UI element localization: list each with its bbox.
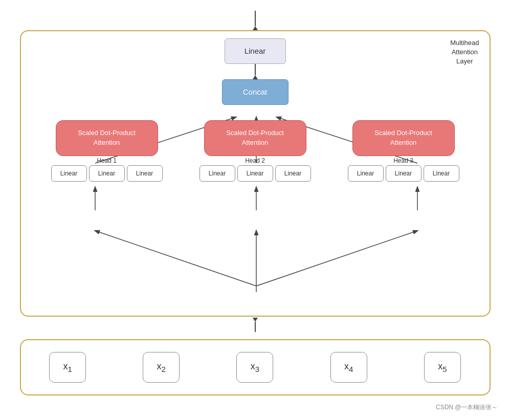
output-arrow-tip bbox=[253, 26, 258, 30]
head2-linear-2: Linear bbox=[237, 165, 273, 182]
sdpa-head2: Scaled Dot-ProductAttention bbox=[204, 120, 306, 156]
head1-linear-3: Linear bbox=[127, 165, 163, 182]
svg-line-8 bbox=[256, 231, 417, 286]
head-3-group: Scaled Dot-ProductAttention Head 3 Linea… bbox=[329, 120, 478, 182]
input-box: x1 x2 x3 x4 x5 bbox=[20, 339, 491, 395]
head2-label: Head 2 bbox=[245, 157, 265, 164]
head3-linear-1: Linear bbox=[348, 165, 384, 182]
head-1-group: Scaled Dot-ProductAttention Head 1 Linea… bbox=[33, 120, 181, 182]
sdpa-head1: Scaled Dot-ProductAttention bbox=[56, 120, 158, 156]
head1-linear-2: Linear bbox=[89, 165, 125, 182]
down-arrow-tip bbox=[253, 318, 258, 322]
multihead-attention-box: Multihead Attention Layer Linear Concat bbox=[20, 30, 491, 317]
head3-linear-3: Linear bbox=[424, 165, 459, 182]
output-arrow-line bbox=[255, 11, 256, 26]
x3-label: x3 bbox=[251, 361, 259, 373]
watermark: CSDN @一本糊涂张～ bbox=[436, 403, 498, 412]
sdpa-head2-label: Scaled Dot-ProductAttention bbox=[226, 128, 284, 147]
diagram-container: Multihead Attention Layer Linear Concat bbox=[7, 6, 503, 415]
head3-linear-row: Linear Linear Linear bbox=[348, 165, 459, 182]
head2-linear-row: Linear Linear Linear bbox=[199, 165, 311, 182]
x2-box: x2 bbox=[143, 352, 180, 383]
head3-label: Head 3 bbox=[393, 157, 413, 164]
head3-linear-2: Linear bbox=[386, 165, 422, 182]
x4-label: x4 bbox=[344, 361, 353, 373]
x1-box: x1 bbox=[49, 352, 86, 383]
head1-linear-1: Linear bbox=[51, 165, 87, 182]
head2-linear-1: Linear bbox=[199, 165, 235, 182]
head1-linear-row: Linear Linear Linear bbox=[51, 165, 163, 182]
top-section: Linear Concat bbox=[21, 36, 490, 105]
linear-to-concat-tip bbox=[253, 75, 258, 79]
x5-label: x5 bbox=[438, 361, 447, 373]
head2-linear-3: Linear bbox=[275, 165, 311, 182]
linear-top-box: Linear bbox=[225, 38, 286, 64]
x1-label: x1 bbox=[63, 361, 72, 373]
x2-label: x2 bbox=[157, 361, 166, 373]
head1-label: Head 1 bbox=[97, 157, 117, 164]
concat-label: Concat bbox=[243, 87, 268, 96]
linear-top-label: Linear bbox=[245, 47, 266, 55]
sdpa-head3: Scaled Dot-ProductAttention bbox=[352, 120, 455, 156]
x4-box: x4 bbox=[330, 352, 367, 383]
down-arrow-line bbox=[255, 322, 256, 332]
linear-to-concat-line bbox=[255, 64, 256, 75]
x5-box: x5 bbox=[424, 352, 461, 383]
sdpa-head1-label: Scaled Dot-ProductAttention bbox=[78, 128, 136, 147]
concat-box: Concat bbox=[222, 79, 289, 105]
x3-box: x3 bbox=[236, 352, 273, 383]
multihead-label: Multihead Attention Layer bbox=[450, 38, 479, 67]
head-2-group: Scaled Dot-ProductAttention Head 2 Linea… bbox=[181, 120, 329, 182]
svg-line-6 bbox=[95, 231, 256, 286]
heads-row: Scaled Dot-ProductAttention Head 1 Linea… bbox=[21, 120, 490, 182]
sdpa-head3-label: Scaled Dot-ProductAttention bbox=[374, 128, 432, 147]
